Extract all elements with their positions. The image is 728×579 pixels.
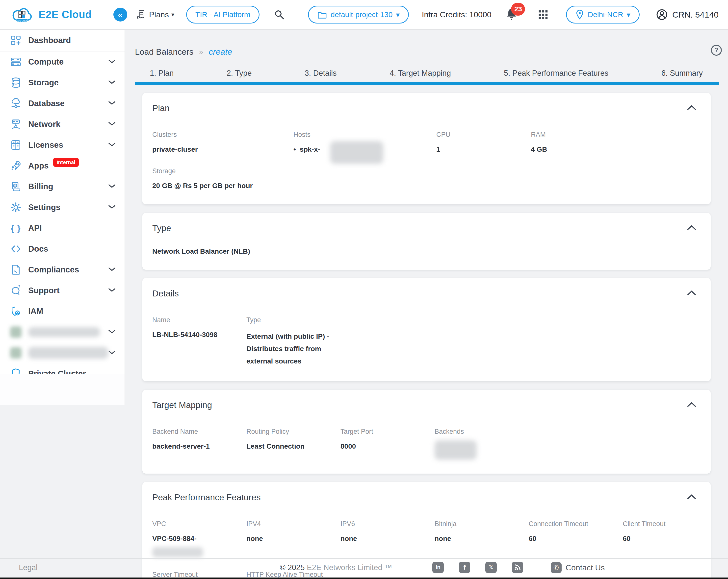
svg-text:?: ? [714,46,718,54]
sidebar-item-settings[interactable]: Settings [0,197,125,218]
project-selector[interactable]: default-project-130 ▾ [308,6,409,24]
cpu-label: CPU [436,131,523,139]
receipt-icon [136,9,147,20]
rocket-icon [10,160,22,172]
account-menu[interactable]: CRN. 54140 [655,8,719,21]
cpu-value: 1 [436,145,523,154]
tab-peak-performance[interactable]: 5. Peak Performance Features [504,69,608,78]
sidebar-item-support[interactable]: ? Support [0,280,125,301]
brand-name: E2E Cloud [38,9,92,21]
peak-performance-card-title: Peak Performance Features [152,492,261,502]
details-card: Details Name LB-NLB-54140-3098 Type Exte… [142,278,711,381]
sidebar-item-compute[interactable]: Compute [0,52,125,72]
sidebar-item-licenses[interactable]: Licenses [0,135,125,156]
plans-menu[interactable]: Plans ▾ [136,9,174,20]
wizard-steps: 1. Plan 2. Type 3. Details 4. Target Map… [135,69,721,78]
help-button[interactable]: ? [710,44,723,57]
sidebar-item-network[interactable]: Network [0,114,125,135]
braces-icon: { } [10,222,22,234]
linkedin-icon[interactable]: in [432,562,444,573]
sidebar-item-dashboard[interactable]: Dashboard [0,30,125,51]
facebook-icon[interactable]: f [459,562,470,573]
target-port-label: Target Port [340,428,427,436]
infra-credits: Infra Credits: 10000 [422,10,491,19]
breadcrumb-section[interactable]: Load Balancers [135,47,193,57]
licenses-icon [10,139,22,151]
tab-type[interactable]: 2. Type [227,69,252,78]
tab-details[interactable]: 3. Details [305,69,337,78]
chevron-down-icon [108,288,115,293]
network-icon [10,118,22,130]
search-icon[interactable] [274,9,285,21]
screen-bottom-edge [0,578,728,579]
sidebar-item-iam[interactable]: IAM [0,301,125,322]
legal-link[interactable]: Legal [19,563,37,572]
billing-icon: $ [10,181,22,193]
tab-target-mapping[interactable]: 4. Target Mapping [390,69,451,78]
sidebar-item-billing[interactable]: $ Billing [0,176,125,197]
chevron-down-icon [108,80,115,85]
ipv4-label: IPV4 [246,520,333,528]
client-timeout-label: Client Timeout [623,520,691,528]
contact-us-link[interactable]: ✆ Contact Us [551,562,605,573]
sidebar-item-storage[interactable]: Storage [0,72,125,93]
location-pin-icon [575,9,584,20]
tab-summary[interactable]: 6. Summary [661,69,703,78]
sidebar-item-api[interactable]: { } API [0,218,125,239]
storage-value: 20 GB @ Rs 5 per GB per hour [152,182,691,190]
storage-label: Storage [152,167,691,175]
sidebar-item-apps[interactable]: Apps Internal [0,156,125,176]
vpc-value: VPC-509-884- [152,534,239,543]
ram-value: 4 GB [531,145,691,154]
connection-timeout-label: Connection Timeout [529,520,615,528]
collapse-chevron-icon[interactable] [685,289,698,298]
backends-label: Backends [435,428,691,436]
sidebar-item-redacted-1[interactable] [0,322,125,342]
collapse-chevron-icon[interactable] [685,104,698,113]
sidebar-item-database[interactable]: Database [0,93,125,114]
redacted-icon [10,347,22,359]
redacted-host-name [330,141,383,164]
region-caret-icon: ▾ [627,10,630,19]
region-selector[interactable]: Delhi-NCR ▾ [566,6,639,24]
steps-progress-bar [135,82,719,85]
notifications-button[interactable]: 23 [505,7,518,22]
project-caret-icon: ▾ [396,10,400,19]
dashboard-icon [10,34,22,46]
ipv6-label: IPV6 [340,520,427,528]
sidebar-item-docs[interactable]: Docs [0,239,125,259]
sidebar-collapse-button[interactable]: « [113,8,127,22]
sidebar-bottom-fade [0,374,125,405]
hosts-value: • spk-x- [293,145,429,154]
plans-label: Plans [149,10,169,19]
collapse-chevron-icon[interactable] [685,223,698,233]
apps-grid-icon[interactable] [537,9,549,20]
phone-icon: ✆ [551,562,562,573]
bitninja-label: Bitninja [435,520,521,528]
x-twitter-icon[interactable]: 𝕏 [485,562,497,573]
compute-icon [10,56,22,68]
sidebar-item-compliances[interactable]: Compliances [0,259,125,280]
details-type-label: Type [246,316,691,324]
clusters-value: private-cluser [152,145,286,154]
tir-platform-button[interactable]: TIR - AI Platform [186,6,260,24]
chevron-down-icon [108,329,115,335]
redacted-vpc-value [152,547,203,557]
chevron-down-icon [108,59,115,64]
collapse-chevron-icon[interactable] [685,493,698,502]
plan-card: Plan Clusters private-cluser Hosts • spk… [142,93,711,204]
target-mapping-card-title: Target Mapping [152,400,212,410]
target-mapping-card: Target Mapping Backend Name backend-serv… [142,390,711,474]
redacted-backends-value [435,440,477,460]
type-card: Type Network Load Balancer (NLB) [142,213,711,270]
database-icon [10,98,22,109]
brand-logo[interactable]: E2E Cloud E2E Cloud [9,6,113,24]
sidebar-item-redacted-2[interactable] [0,342,125,363]
collapse-chevron-icon[interactable] [685,401,698,410]
tab-plan[interactable]: 1. Plan [150,69,174,78]
vpc-label: VPC [152,520,239,528]
sidebar-nav: Dashboard Compute [0,30,125,405]
details-card-title: Details [152,288,179,298]
svg-text:E2E Cloud: E2E Cloud [17,20,27,22]
rss-icon[interactable] [512,562,523,573]
